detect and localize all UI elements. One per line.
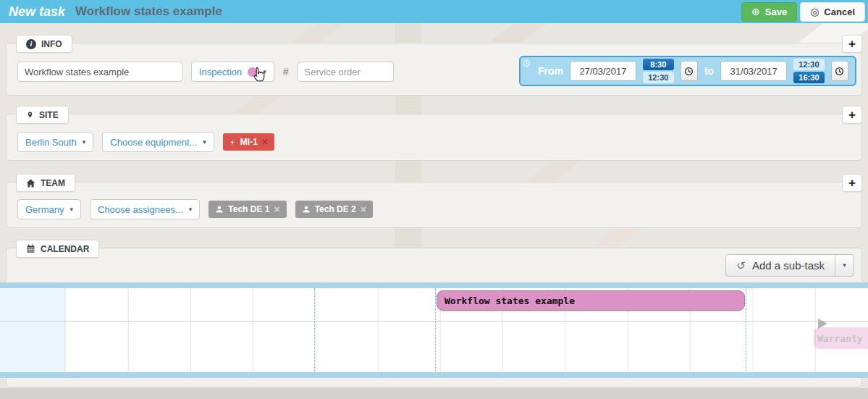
site-dropdown[interactable]: Berlin South ▾ bbox=[17, 132, 93, 152]
to-time-end[interactable]: 16:30 bbox=[793, 72, 825, 83]
chevron-down-icon: ▾ bbox=[69, 206, 73, 213]
section-team: TEAM + Germany ▾ Choose assignees... ▾ T… bbox=[6, 182, 862, 228]
to-label: to bbox=[704, 65, 714, 77]
team-add-button[interactable]: + bbox=[842, 174, 862, 192]
from-time-spinner: 8:30 12:30 bbox=[643, 59, 674, 83]
assignees-placeholder: Choose assignees... bbox=[98, 204, 183, 215]
page-title: Workflow states example bbox=[75, 4, 222, 19]
save-icon: ⊕ bbox=[751, 7, 760, 17]
team-dropdown[interactable]: Germany ▾ bbox=[17, 199, 81, 219]
info-row: Inspection ▾ # bbox=[17, 62, 394, 82]
assignee-tag-label: Tech DE 1 bbox=[228, 204, 269, 214]
to-time-start[interactable]: 12:30 bbox=[793, 59, 825, 70]
page-mode-label: New task bbox=[9, 4, 65, 20]
footer-bar bbox=[0, 388, 868, 399]
assignees-dropdown[interactable]: Choose assignees... ▾ bbox=[90, 199, 200, 219]
task-name-input[interactable] bbox=[17, 62, 182, 82]
site-add-button[interactable]: + bbox=[842, 106, 862, 124]
add-subtask-menu-button[interactable]: ▾ bbox=[835, 255, 854, 276]
remove-equipment-icon[interactable]: × bbox=[262, 137, 268, 147]
tab-site-label: SITE bbox=[39, 110, 59, 120]
ghost-task-bar[interactable]: Warranty bbox=[814, 327, 868, 349]
timeline-marker-line bbox=[314, 288, 315, 378]
site-value: Berlin South bbox=[25, 137, 77, 148]
add-subtask-split-button: ↺ Add a sub-task ▾ bbox=[725, 254, 854, 277]
task-type-label: Inspection bbox=[199, 67, 242, 77]
to-time-picker-button[interactable] bbox=[831, 61, 848, 81]
section-info: i INFO + Inspection ▾ # From 8:30 12:30 bbox=[6, 43, 862, 96]
service-order-hash-label: # bbox=[283, 66, 289, 77]
save-button-label: Save bbox=[765, 7, 787, 17]
person-icon bbox=[215, 205, 224, 214]
tab-team[interactable]: TEAM bbox=[16, 174, 75, 192]
info-icon: i bbox=[26, 39, 36, 49]
clock-icon bbox=[835, 67, 844, 76]
from-date-input[interactable] bbox=[570, 61, 636, 81]
clock-icon bbox=[523, 58, 531, 70]
from-time-picker-button[interactable] bbox=[681, 61, 698, 81]
app-window: New task Workflow states example ⊕ Save … bbox=[0, 0, 868, 399]
header-actions: ⊕ Save ◎ Cancel bbox=[741, 2, 865, 22]
from-label: From bbox=[538, 65, 563, 77]
to-date-input[interactable] bbox=[720, 61, 787, 81]
from-time-end[interactable]: 12:30 bbox=[643, 72, 674, 83]
task-end-guide-line bbox=[746, 288, 746, 378]
lightning-icon bbox=[229, 138, 236, 147]
tab-team-label: TEAM bbox=[41, 178, 65, 188]
task-start-guide-line bbox=[435, 288, 436, 378]
cancel-button-label: Cancel bbox=[824, 7, 855, 17]
schedule-widget: From 8:30 12:30 to 12:30 16:30 bbox=[519, 56, 856, 86]
timeline-body[interactable]: Workflow states example Warranty bbox=[0, 288, 868, 372]
cancel-button[interactable]: ◎ Cancel bbox=[800, 2, 865, 22]
service-order-input[interactable] bbox=[298, 62, 394, 82]
to-time-spinner: 12:30 16:30 bbox=[793, 59, 825, 83]
save-button[interactable]: ⊕ Save bbox=[741, 2, 797, 22]
chevron-down-icon: ▾ bbox=[203, 139, 206, 146]
info-add-button[interactable]: + bbox=[842, 35, 862, 53]
map-pin-icon bbox=[26, 110, 34, 120]
clock-icon bbox=[684, 67, 694, 76]
timeline-top-scrollbar[interactable] bbox=[0, 282, 868, 288]
home-icon bbox=[26, 179, 35, 188]
assignee-tag: Tech DE 1 × bbox=[208, 201, 286, 218]
site-row: Berlin South ▾ Choose equipment... ▾ MI-… bbox=[17, 132, 274, 152]
assignee-tag: Tech DE 2 × bbox=[295, 201, 373, 218]
chevron-down-icon: ▾ bbox=[843, 262, 846, 269]
mouse-cursor bbox=[251, 66, 267, 88]
chevron-down-icon: ▾ bbox=[83, 139, 86, 146]
equipment-tag-label: MI-1 bbox=[240, 137, 258, 147]
tab-calendar[interactable]: CALENDAR bbox=[16, 240, 99, 258]
cancel-icon: ◎ bbox=[810, 7, 819, 17]
assignee-tag-label: Tech DE 2 bbox=[315, 204, 356, 214]
remove-assignee-icon[interactable]: × bbox=[274, 204, 279, 214]
subtask-arrow-icon: ↺ bbox=[736, 259, 746, 272]
ghost-task-label: Warranty bbox=[817, 333, 863, 344]
chevron-down-icon: ▾ bbox=[189, 206, 193, 213]
tab-info[interactable]: i INFO bbox=[16, 35, 72, 53]
add-subtask-button[interactable]: ↺ Add a sub-task bbox=[726, 255, 835, 276]
from-time-start[interactable]: 8:30 bbox=[643, 59, 674, 70]
equipment-placeholder: Choose equipment... bbox=[110, 137, 197, 148]
equipment-tag: MI-1 × bbox=[223, 133, 274, 151]
team-row: Germany ▾ Choose assignees... ▾ Tech DE … bbox=[17, 199, 373, 219]
calendar-icon bbox=[26, 244, 35, 253]
person-icon bbox=[302, 205, 311, 214]
equipment-dropdown[interactable]: Choose equipment... ▾ bbox=[102, 132, 214, 152]
gantt-timeline: Workflow states example Warranty bbox=[0, 282, 868, 378]
add-subtask-label: Add a sub-task bbox=[752, 259, 825, 272]
section-site: SITE + Berlin South ▾ Choose equipment..… bbox=[6, 114, 862, 161]
timeline-bottom-scrollbar[interactable] bbox=[0, 372, 868, 378]
task-bar[interactable]: Workflow states example bbox=[437, 290, 745, 311]
tab-site[interactable]: SITE bbox=[16, 106, 69, 124]
task-bar-label: Workflow states example bbox=[444, 295, 575, 306]
tab-calendar-label: CALENDAR bbox=[41, 244, 89, 254]
top-header: New task Workflow states example ⊕ Save … bbox=[0, 0, 868, 23]
remove-assignee-icon[interactable]: × bbox=[361, 204, 366, 214]
tab-info-label: INFO bbox=[41, 39, 62, 49]
team-value: Germany bbox=[25, 204, 64, 215]
timeline-row-divider bbox=[0, 321, 868, 322]
